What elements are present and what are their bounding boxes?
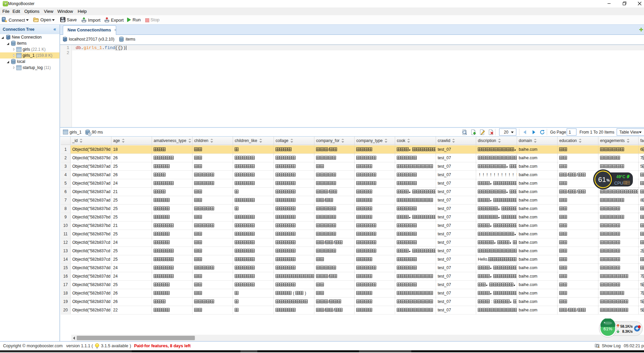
svg-text:58.1K/s: 58.1K/s xyxy=(620,324,633,328)
svg-text:49°C: 49°C xyxy=(616,174,625,179)
svg-text:61%: 61% xyxy=(603,326,612,331)
svg-text:CPU: CPU xyxy=(614,181,623,186)
svg-text:%: % xyxy=(607,178,610,182)
svg-text:8.3K/s: 8.3K/s xyxy=(622,329,633,333)
svg-text:61: 61 xyxy=(598,175,606,183)
